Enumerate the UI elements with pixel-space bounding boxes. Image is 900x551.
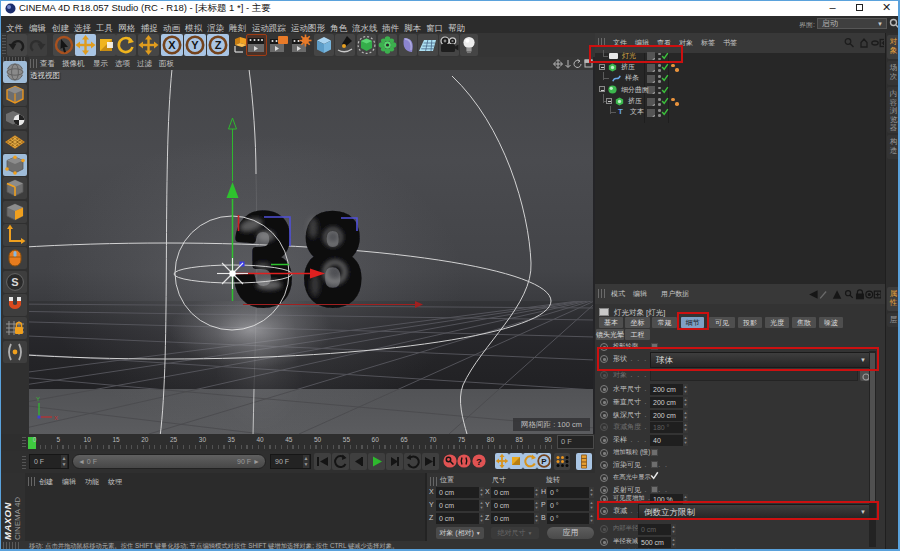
svg-text:38: 38 bbox=[235, 189, 373, 329]
svg-text:S: S bbox=[11, 276, 18, 288]
svg-text:X: X bbox=[54, 415, 58, 421]
svg-text:Y: Y bbox=[36, 396, 40, 402]
svg-text:P: P bbox=[541, 457, 547, 466]
svg-text:?: ? bbox=[476, 456, 482, 467]
svg-text:Y: Y bbox=[191, 39, 199, 51]
svg-text:X: X bbox=[168, 39, 176, 51]
svg-text:Z: Z bbox=[215, 39, 222, 51]
